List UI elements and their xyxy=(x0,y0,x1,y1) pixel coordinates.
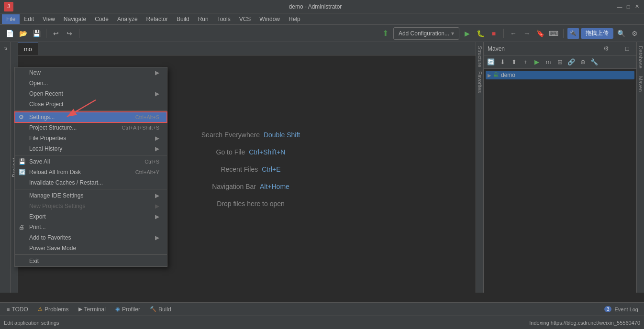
menu-run[interactable]: Run xyxy=(194,14,213,24)
maven-script-icon[interactable]: m xyxy=(543,57,554,67)
add-favorites-label: Add to Favorites xyxy=(29,234,71,241)
structure-panel-label[interactable]: Structure xyxy=(477,46,483,67)
menu-edit[interactable]: Edit xyxy=(20,14,38,24)
maven-gear-icon[interactable]: □ xyxy=(622,44,633,54)
terminal-tab-icon: ▶ xyxy=(78,306,82,312)
reload-disk-icon: 🔄 xyxy=(19,169,26,175)
menu-new-item[interactable]: New ▶ xyxy=(15,67,167,78)
search-everywhere-icon[interactable]: 🔍 xyxy=(615,28,627,39)
build-label: Build xyxy=(158,306,171,313)
tab-problems[interactable]: ⚠ Problems xyxy=(33,304,74,315)
menu-close-project-item[interactable]: Close Project xyxy=(15,99,167,110)
menu-export-item[interactable]: Export ▶ xyxy=(15,211,167,222)
settings-gear-icon[interactable]: ⚙ xyxy=(629,28,640,39)
tab-terminal[interactable]: ▶ Terminal xyxy=(74,304,111,315)
maven-module-icon: 🏛 xyxy=(493,72,499,78)
menu-power-save-item[interactable]: Power Save Mode xyxy=(15,243,167,253)
maven-expand-icon[interactable]: ⊕ xyxy=(577,57,588,67)
back-icon[interactable]: ← xyxy=(508,28,519,39)
maven-demo-item[interactable]: ▶ 🏛 demo xyxy=(486,71,634,79)
menu-refactor[interactable]: Refactor xyxy=(142,14,172,24)
menu-new-projects-settings-item[interactable]: New Projects Settings ▶ xyxy=(15,201,167,211)
maven-minimize-icon[interactable]: — xyxy=(611,44,622,54)
menu-open-recent-item[interactable]: Open Recent ▶ xyxy=(15,88,167,99)
menu-help[interactable]: Help xyxy=(284,14,305,24)
maven-tree-icon[interactable]: ⊞ xyxy=(555,57,565,67)
stop-icon[interactable]: ■ xyxy=(488,28,500,39)
menu-window[interactable]: Window xyxy=(255,14,284,24)
tab-todo[interactable]: ≡ TODO xyxy=(2,304,33,315)
open-folder-icon[interactable]: 📂 xyxy=(17,28,29,39)
run-icon[interactable]: ▶ xyxy=(461,28,473,39)
new-arrow-icon: ▶ xyxy=(155,69,159,76)
menu-build[interactable]: Build xyxy=(172,14,194,24)
toolbar: 📄 📂 💾 ↩ ↪ ⬆ Add Configuration... ▾ ▶ 🐛 ■… xyxy=(0,25,644,42)
maven-panel-label[interactable]: Maven xyxy=(637,72,644,96)
sep-2 xyxy=(15,155,167,155)
maven-download-icon[interactable]: ⬇ xyxy=(497,57,508,67)
settings-icon: ⚙ xyxy=(19,114,24,121)
maximize-button[interactable]: □ xyxy=(625,3,632,10)
undo-icon[interactable]: ↩ xyxy=(50,28,62,39)
menu-navigate[interactable]: Navigate xyxy=(59,14,90,24)
menu-invalidate-caches-item[interactable]: Invalidate Caches / Restart... xyxy=(15,177,167,188)
new-file-icon[interactable]: 📄 xyxy=(4,28,15,39)
add-config-arrow: ▾ xyxy=(451,30,454,37)
close-button[interactable]: ✕ xyxy=(633,3,640,10)
hint-goto: Go to File Ctrl+Shift+N xyxy=(216,148,286,156)
menu-file[interactable]: File xyxy=(2,14,20,24)
menu-project-structure-item[interactable]: Project Structure... Ctrl+Alt+Shift+S xyxy=(15,122,167,133)
maven-run2-icon[interactable]: ▶ xyxy=(532,57,542,67)
menu-save-all-item[interactable]: 💾 Save All Ctrl+S xyxy=(15,156,167,167)
maven-wrench-icon[interactable]: 🔧 xyxy=(589,57,600,67)
menu-exit-item[interactable]: Exit xyxy=(15,256,167,266)
menu-reload-disk-item[interactable]: 🔄 Reload All from Disk Ctrl+Alt+Y xyxy=(15,167,167,177)
menu-add-favorites-item[interactable]: Add to Favorites ▶ xyxy=(15,232,167,243)
add-configuration-button[interactable]: Add Configuration... ▾ xyxy=(393,27,459,40)
menu-file-properties-item[interactable]: File Properties ▶ xyxy=(15,133,167,143)
menu-view[interactable]: View xyxy=(38,14,59,24)
terminal-icon[interactable]: ⌨ xyxy=(548,28,559,39)
app-icon: J xyxy=(4,2,13,11)
project-icon[interactable]: P xyxy=(0,44,10,54)
menu-open-item[interactable]: Open... xyxy=(15,78,167,88)
menu-analyze[interactable]: Analyze xyxy=(113,14,142,24)
manage-ide-label: Manage IDE Settings xyxy=(29,192,83,199)
favorites-panel-label[interactable]: Favorites xyxy=(477,71,483,93)
menu-local-history-item[interactable]: Local History ▶ xyxy=(15,143,167,154)
maven-settings-icon[interactable]: ⚙ xyxy=(601,44,611,54)
save-icon[interactable]: 💾 xyxy=(31,28,42,39)
maven-upload2-icon[interactable]: ⬆ xyxy=(509,57,519,67)
plugin-icon[interactable]: 🔌 xyxy=(567,28,579,39)
project-structure-label: Project Structure... xyxy=(29,124,77,131)
redo-icon[interactable]: ↪ xyxy=(64,28,75,39)
upload-button[interactable]: 拖拽上传 xyxy=(581,28,613,39)
minimize-button[interactable]: — xyxy=(616,3,623,10)
editor-tab-mo[interactable]: mo xyxy=(18,43,38,55)
tab-build[interactable]: 🔨 Build xyxy=(145,304,176,315)
menu-print-item[interactable]: 🖨 Print... xyxy=(15,222,167,232)
menu-code[interactable]: Code xyxy=(90,14,113,24)
database-panel-label[interactable]: Database xyxy=(637,42,644,72)
hint-search-key: Double Shift xyxy=(264,131,300,139)
save-all-icon: 💾 xyxy=(19,158,26,165)
menu-vcs[interactable]: VCS xyxy=(235,14,255,24)
maven-link-icon[interactable]: 🔗 xyxy=(566,57,577,67)
bookmark-icon[interactable]: 🔖 xyxy=(534,28,546,39)
navigate-icon[interactable]: ⬆ xyxy=(380,28,391,39)
upload-label: 拖拽上传 xyxy=(586,29,609,37)
maven-add-icon[interactable]: + xyxy=(520,57,531,67)
tab-profiler[interactable]: ◉ Profiler xyxy=(111,304,145,315)
maven-refresh-icon[interactable]: 🔄 xyxy=(486,57,496,67)
event-log-label[interactable]: Event Log xyxy=(614,307,638,312)
menu-settings-item[interactable]: ⚙ Settings... Ctrl+Alt+S xyxy=(15,112,167,122)
hint-search: Search Everywhere Double Shift xyxy=(201,131,300,139)
title-text: demo - Administrator xyxy=(16,3,614,10)
debug-icon[interactable]: 🐛 xyxy=(475,28,486,39)
forward-icon[interactable]: → xyxy=(521,28,533,39)
hint-nav-key: Alt+Home xyxy=(260,183,289,190)
hint-drop-label: Drop files here to open xyxy=(217,200,285,208)
menu-tools[interactable]: Tools xyxy=(213,14,235,24)
menu-manage-ide-item[interactable]: Manage IDE Settings ▶ xyxy=(15,190,167,201)
toolbar-sep-3 xyxy=(503,29,504,38)
